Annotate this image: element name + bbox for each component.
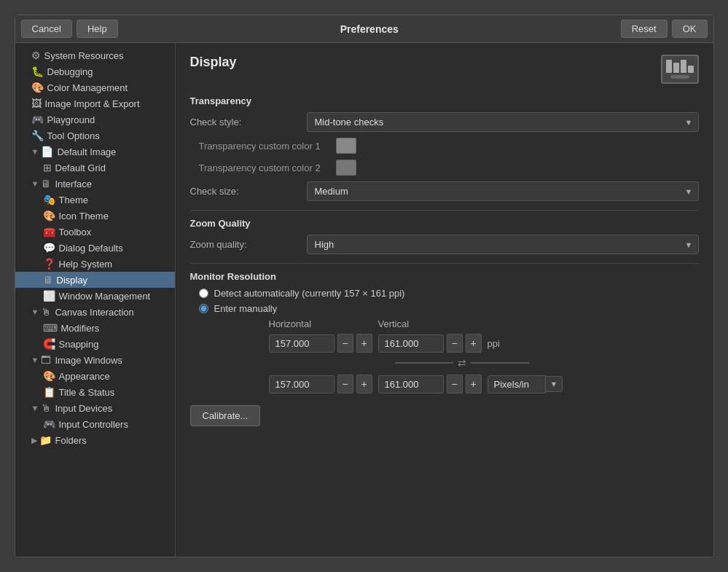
sidebar-item-modifiers[interactable]: ⌨ Modifiers: [15, 320, 175, 336]
unit-dropdown-btn[interactable]: ▼: [546, 376, 563, 392]
sidebar-item-theme[interactable]: 🎭 Theme: [15, 192, 175, 208]
custom-color1-label: Transparency custom color 1: [190, 141, 336, 152]
debugging-icon: 🐛: [31, 66, 44, 77]
sidebar-item-debugging[interactable]: 🐛 Debugging: [15, 63, 175, 79]
sidebar-item-input-devices[interactable]: ▼ 🖱 Input Devices: [15, 400, 175, 416]
input-devices-icon: 🖱: [41, 402, 51, 414]
sidebar-item-interface[interactable]: ▼ 🖥 Interface: [15, 176, 175, 192]
check-style-label: Check style:: [190, 117, 307, 128]
interface-icon: 🖥: [41, 178, 51, 189]
v-decrease-btn1[interactable]: −: [447, 334, 463, 353]
sidebar-item-title-status[interactable]: 📋 Title & Status: [15, 384, 175, 400]
sidebar-item-display[interactable]: 🖥 Display: [15, 272, 175, 288]
collapse-default-image-icon: ▼: [31, 147, 39, 156]
horizontal-input2[interactable]: [269, 375, 334, 393]
sidebar-item-color-management[interactable]: 🎨 Color Management: [15, 79, 175, 95]
header: Cancel Help Preferences Reset OK: [15, 15, 713, 43]
vertical-input2[interactable]: [378, 375, 444, 393]
v-decrease-btn2[interactable]: −: [447, 375, 463, 393]
page-title: Display: [190, 55, 237, 70]
divider1: [190, 210, 699, 211]
help-button[interactable]: Help: [77, 20, 118, 38]
res-header-row: Horizontal Vertical: [208, 318, 699, 329]
default-grid-icon: ⊞: [43, 162, 52, 173]
link-line-right: [471, 362, 529, 364]
sidebar-item-snapping[interactable]: 🧲 Snapping: [15, 336, 175, 352]
sidebar: ⚙ System Resources 🐛 Debugging 🎨 Color M…: [15, 43, 176, 557]
sidebar-item-window-management[interactable]: ⬜ Window Management: [15, 288, 175, 304]
collapse-interface-icon: ▼: [31, 179, 39, 188]
icon-theme-icon: 🎨: [43, 210, 55, 222]
detect-auto-radio[interactable]: [199, 289, 208, 298]
check-style-select[interactable]: Mid-tone checks Light checks Dark checks…: [307, 112, 699, 132]
sidebar-item-toolbox[interactable]: 🧰 Toolbox: [15, 224, 175, 240]
sidebar-item-default-image[interactable]: ▼ 📄 Default Image: [15, 144, 175, 160]
collapse-canvas-icon: ▼: [31, 307, 39, 316]
bar4: [688, 66, 694, 73]
monitor-stand: [670, 75, 689, 79]
reset-button[interactable]: Reset: [621, 20, 668, 38]
link-line-left: [395, 362, 453, 364]
custom-color2-swatch[interactable]: [336, 160, 356, 176]
h-decrease-btn2[interactable]: −: [337, 375, 353, 393]
v-increase-btn2[interactable]: +: [466, 375, 482, 393]
sidebar-item-icon-theme[interactable]: 🎨 Icon Theme: [15, 208, 175, 224]
horizontal-input1[interactable]: [269, 334, 334, 353]
zoom-quality-select-wrap: High None (Fastest) Linear Cubic Sinc (L…: [307, 235, 699, 254]
content-header: Display: [190, 55, 699, 84]
enter-manually-radio[interactable]: [199, 304, 208, 313]
sidebar-item-input-controllers[interactable]: 🎮 Input Controllers: [15, 416, 175, 432]
unit-select[interactable]: Pixels/in Pixels/mm Pixels/cm: [488, 375, 546, 393]
sidebar-item-image-import-export[interactable]: 🖼 Image Import & Export: [15, 95, 175, 111]
check-size-label: Check size:: [190, 186, 307, 197]
zoom-quality-row: Zoom quality: High None (Fastest) Linear…: [190, 235, 699, 254]
v-increase-btn1[interactable]: +: [466, 334, 482, 353]
sidebar-item-appearance[interactable]: 🎨 Appearance: [15, 368, 175, 384]
check-size-select[interactable]: Medium Small Large: [307, 181, 699, 201]
vertical-input1[interactable]: [378, 334, 444, 353]
system-resources-icon: ⚙: [31, 50, 41, 61]
content-area: Display Transparency Check style:: [176, 43, 713, 557]
ok-button[interactable]: OK: [672, 20, 708, 38]
modifiers-icon: ⌨: [43, 322, 58, 334]
sidebar-item-help-system[interactable]: ❓ Help System: [15, 256, 175, 272]
folders-icon: 📁: [39, 434, 52, 446]
h-increase-btn1[interactable]: +: [356, 334, 372, 353]
sidebar-item-default-grid[interactable]: ⊞ Default Grid: [15, 160, 175, 176]
transparency-section-title: Transparency: [190, 95, 699, 106]
dialog-defaults-icon: 💬: [43, 242, 55, 254]
snapping-icon: 🧲: [43, 338, 55, 350]
tool-options-icon: 🔧: [31, 130, 44, 141]
image-import-icon: 🖼: [31, 98, 42, 109]
sidebar-item-playground[interactable]: 🎮 Playground: [15, 111, 175, 128]
display-panel-icon: [661, 55, 699, 84]
enter-manually-label: Enter manually: [214, 303, 278, 314]
h-decrease-btn1[interactable]: −: [337, 334, 353, 353]
sidebar-item-system-resources[interactable]: ⚙ System Resources: [15, 47, 175, 63]
preferences-window: Cancel Help Preferences Reset OK ⚙ Syste…: [15, 15, 714, 557]
ppi-label: ppi: [488, 338, 500, 349]
collapse-imgwin-icon: ▼: [31, 356, 39, 364]
collapse-folders-icon: ▶: [31, 436, 37, 445]
bar2: [673, 63, 679, 73]
sidebar-item-dialog-defaults[interactable]: 💬 Dialog Defaults: [15, 240, 175, 256]
detect-auto-label: Detect automatically (currently 157 × 16…: [214, 288, 405, 299]
sidebar-item-folders[interactable]: ▶ 📁 Folders: [15, 432, 175, 448]
monitor-resolution-section-title: Monitor Resolution: [190, 271, 699, 282]
sidebar-item-canvas-interaction[interactable]: ▼ 🖱 Canvas Interaction: [15, 304, 175, 320]
bar1: [666, 60, 672, 73]
sidebar-item-image-windows[interactable]: ▼ 🗔 Image Windows: [15, 352, 175, 368]
custom-color1-swatch[interactable]: [336, 138, 356, 154]
display-icon: 🖥: [43, 274, 53, 286]
calibrate-button[interactable]: Calibrate...: [190, 405, 261, 426]
zoom-quality-select[interactable]: High None (Fastest) Linear Cubic Sinc (L…: [307, 235, 699, 254]
color-mgmt-icon: 🎨: [31, 82, 44, 93]
sidebar-item-tool-options[interactable]: 🔧 Tool Options: [15, 128, 175, 144]
h-increase-btn2[interactable]: +: [356, 375, 372, 393]
help-system-icon: ❓: [43, 258, 55, 270]
canvas-interaction-icon: 🖱: [41, 306, 51, 318]
check-style-select-wrap: Mid-tone checks Light checks Dark checks…: [307, 112, 699, 132]
cancel-button[interactable]: Cancel: [21, 20, 72, 38]
collapse-input-icon: ▼: [31, 404, 39, 412]
bar3: [681, 60, 686, 73]
